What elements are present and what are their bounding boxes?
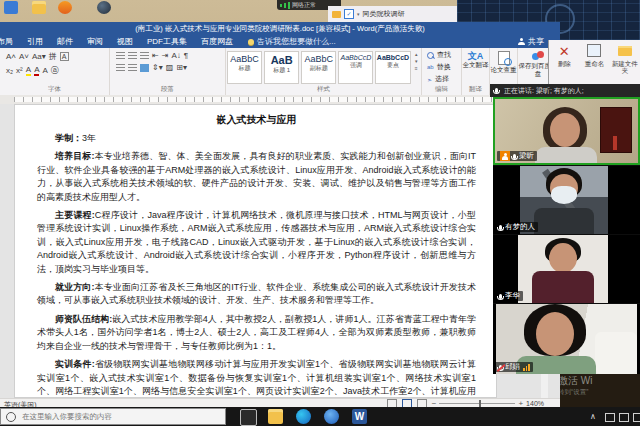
horizontal-ruler[interactable] xyxy=(0,95,560,104)
share-button-label: 共享 xyxy=(528,36,544,47)
superscript-icon[interactable]: x² xyxy=(16,66,23,75)
ribbon-group-editing: 查找 ab替换 ➣选择 编辑 xyxy=(422,48,462,95)
multilevel-list-icon[interactable] xyxy=(140,52,149,60)
document-area: 嵌入式技术与应用 学制：3年 培养目标:本专业培养德、智、体、美全面发展，具有良… xyxy=(0,104,560,398)
style-card-emphasis[interactable]: AaBbCcD 强调 xyxy=(338,51,373,84)
zoom-slider[interactable] xyxy=(439,403,515,404)
translate-button[interactable]: 文A 全文翻译 xyxy=(462,48,489,69)
find-button[interactable]: 查找 xyxy=(422,48,461,60)
char-border-icon[interactable]: A xyxy=(60,52,69,61)
host-badge-icon xyxy=(500,151,510,161)
replace-button[interactable]: ab替换 xyxy=(422,60,461,72)
explorer-title-bar[interactable]: ✓ ▾ 同类院校调研 xyxy=(328,6,457,22)
tell-me-box[interactable]: 告诉我您想要做什么... xyxy=(240,36,336,47)
app-blue-button[interactable] xyxy=(324,409,339,424)
increase-indent-icon[interactable]: ⇥ xyxy=(162,51,169,60)
quick-access-check-icon[interactable]: ✓ xyxy=(344,9,354,19)
edge-browser-button[interactable] xyxy=(296,409,311,424)
desktop-icon-app-blue[interactable] xyxy=(4,1,18,14)
mic-icon xyxy=(495,88,498,93)
task-view-button[interactable] xyxy=(240,409,257,426)
baidu-netdisk-icon xyxy=(532,51,544,61)
speaking-banner: 正在讲话: 梁昕; 有梦的人; xyxy=(490,84,640,97)
taskbar-search-box[interactable] xyxy=(0,408,226,425)
font-group-label: 字体 xyxy=(0,85,109,94)
signal-strength-icon xyxy=(523,364,530,371)
paper-check-button[interactable]: 论文查重 xyxy=(490,48,517,74)
align-justify-icon[interactable] xyxy=(140,64,149,72)
delete-x-icon: ✕ xyxy=(550,44,578,60)
tab-view[interactable]: 视图 xyxy=(110,36,140,47)
editing-group-label: 编辑 xyxy=(422,85,461,94)
ribbon-group-font: A˄ A˅ Aa▾ 拼 A x₂ x² A A A ⓐ 字体 xyxy=(0,48,110,95)
file-explorer-button[interactable] xyxy=(268,409,283,424)
share-button[interactable]: 共享 xyxy=(518,36,544,47)
tab-references[interactable]: 引用 xyxy=(20,36,50,47)
video-tile-participant-4[interactable]: 邱娟 xyxy=(493,304,640,374)
highlight-color-icon[interactable]: A xyxy=(26,65,31,76)
desktop-icon-app-orange[interactable] xyxy=(58,1,72,14)
tray-folder-icon[interactable] xyxy=(619,413,629,422)
desktop-icon-browser[interactable] xyxy=(97,1,111,14)
tray-device-icon[interactable] xyxy=(605,413,615,422)
new-folder-icon xyxy=(618,46,632,56)
tell-me-label: 告诉我您想要做什么... xyxy=(257,36,336,47)
ribbon-group-styles: AaBbC 标题 AaB 标题 1 AaBbC 副标题 AaBbCcD 强调 A… xyxy=(226,48,422,95)
phonetic-guide-icon[interactable]: 拼 xyxy=(49,51,57,62)
paragraph-training-objective: 培养目标:本专业培养德、智、体、美全面发展，具有良好的职业素质、实践能力和创新创… xyxy=(37,150,476,204)
search-input[interactable] xyxy=(20,411,204,422)
shrink-font-icon[interactable]: A˅ xyxy=(19,52,29,61)
style-card-keypoint[interactable]: AaBbCcD 要点 xyxy=(375,51,410,84)
change-case-icon[interactable]: Aa▾ xyxy=(32,52,46,61)
paragraph-main-courses: 主要课程:C程序设计，Java程序设计，计算机网络技术，微机原理与接口技术，HT… xyxy=(37,209,476,276)
pillow xyxy=(595,332,637,374)
desktop-icon-folder[interactable] xyxy=(32,1,46,14)
zoom-level[interactable]: 140% xyxy=(526,400,544,407)
line-spacing-icon[interactable]: ⇕▾ xyxy=(152,63,163,72)
chevron-down-icon[interactable]: ▾ xyxy=(357,11,360,17)
video-tile-participant-1[interactable]: 梁昕 xyxy=(493,97,640,165)
font-color-icon[interactable]: A xyxy=(34,65,39,76)
share-indicator-label: 网络正常 xyxy=(292,0,316,10)
video-tile-participant-2[interactable]: 有梦的人 xyxy=(493,166,640,234)
sort-icon[interactable]: A↓ xyxy=(171,51,180,60)
word-taskbar-button[interactable]: W xyxy=(352,409,367,424)
ribbon-group-translate: 文A 全文翻译 翻译 xyxy=(462,48,490,95)
subscript-icon[interactable]: x₂ xyxy=(6,66,13,75)
zoom-slider-thumb[interactable] xyxy=(479,400,481,407)
style-card-title[interactable]: AaBbC 标题 xyxy=(227,51,262,84)
tray-expand-chevron-icon[interactable]: ∧ xyxy=(590,412,596,421)
participant-name-label: 梁昕 xyxy=(497,151,537,161)
char-shading-icon[interactable]: A xyxy=(42,66,47,75)
style-card-subtitle[interactable]: AaBbC 副标题 xyxy=(301,51,336,84)
borders-icon[interactable]: ⊞▾ xyxy=(176,63,187,72)
style-card-heading1[interactable]: AaB 标题 1 xyxy=(264,51,299,84)
enclose-char-icon[interactable]: ⓐ xyxy=(51,65,59,76)
align-center-icon[interactable] xyxy=(128,64,137,72)
video-tile-participant-3[interactable]: 李华 xyxy=(493,235,640,303)
tab-review[interactable]: 审阅 xyxy=(80,36,110,47)
align-left-icon[interactable] xyxy=(116,64,125,72)
document-page[interactable]: 嵌入式技术与应用 学制：3年 培养目标:本专业培养德、智、体、美全面发展，具有良… xyxy=(14,104,497,398)
tab-baidu-netdisk[interactable]: 百度网盘 xyxy=(194,36,240,47)
pilcrow-icon[interactable]: ¶ xyxy=(184,51,188,60)
decrease-indent-icon[interactable]: ⇤ xyxy=(152,51,159,60)
participant-name-label: 邱娟 xyxy=(495,362,533,372)
tab-pdf-tools[interactable]: PDF工具集 xyxy=(140,36,194,47)
tray-display-icon[interactable] xyxy=(633,413,640,422)
face-mask xyxy=(551,186,577,204)
numbering-icon[interactable] xyxy=(128,52,137,60)
activate-windows-watermark-line2: 转到“设置” xyxy=(558,388,588,397)
tab-mailings[interactable]: 邮件 xyxy=(50,36,80,47)
explorer-window-title: 同类院校调研 xyxy=(363,9,405,19)
select-button[interactable]: ➣选择 xyxy=(422,72,461,84)
ribbon: A˄ A˅ Aa▾ 拼 A x₂ x² A A A ⓐ 字体 xyxy=(0,48,560,96)
activate-windows-watermark: 激活 Wi xyxy=(558,374,592,388)
bullets-icon[interactable] xyxy=(116,52,125,60)
ruler-ticks xyxy=(14,97,497,102)
tab-layout[interactable]: 布局 xyxy=(0,36,20,47)
taskbar: W ∧ xyxy=(0,407,640,426)
shading-icon[interactable]: ▨ xyxy=(166,63,174,72)
word-window: (南工业) 嵌入式技术与应用专业同类院校调研附表.doc [兼容模式] - Wo… xyxy=(0,22,560,407)
grow-font-icon[interactable]: A˄ xyxy=(6,52,16,61)
